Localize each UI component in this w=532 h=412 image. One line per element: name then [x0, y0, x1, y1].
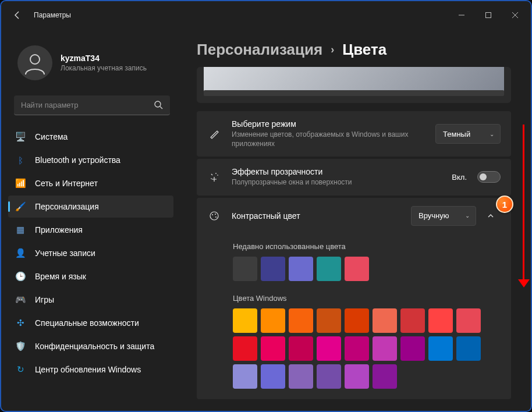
color-swatch[interactable] [373, 364, 397, 389]
color-swatch[interactable] [345, 364, 369, 389]
chevron-down-icon: ⌄ [490, 131, 494, 137]
sidebar-icon: 👤 [15, 248, 26, 258]
color-swatch[interactable] [345, 308, 369, 333]
color-swatch[interactable] [261, 308, 285, 333]
palette-icon [207, 211, 221, 221]
minimize-icon [458, 12, 465, 19]
mode-setting-row[interactable]: Выберите режим Изменение цветов, отображ… [197, 111, 511, 157]
color-swatch[interactable] [289, 257, 313, 281]
color-swatch[interactable] [233, 336, 257, 361]
color-swatch[interactable] [428, 308, 453, 333]
chevron-right-icon: › [331, 44, 334, 56]
annotation-badge-1: 1 [496, 196, 513, 213]
color-swatch[interactable] [289, 364, 313, 389]
color-swatch[interactable] [317, 364, 341, 389]
sidebar-item-label: Приложения [35, 225, 83, 235]
svg-point-6 [212, 214, 213, 215]
sidebar-icon: ✣ [15, 318, 26, 328]
maximize-button[interactable] [475, 3, 502, 27]
accent-setting-row[interactable]: Контрастный цвет Вручную ⌄ [197, 198, 511, 234]
sidebar-icon: ᛒ [15, 155, 26, 165]
sidebar-icon: ↻ [15, 364, 26, 375]
sidebar-icon: 📶 [15, 178, 26, 189]
brush-icon [207, 129, 221, 139]
sparkle-icon [207, 172, 221, 182]
color-swatch[interactable] [261, 257, 285, 281]
color-swatch[interactable] [345, 336, 369, 361]
color-swatch[interactable] [400, 336, 425, 361]
user-subtitle: Локальная учетная запись [61, 64, 147, 72]
windows-colors-grid [233, 308, 501, 389]
color-swatch[interactable] [345, 257, 369, 281]
sidebar-nav: 🖥️СистемаᛒBluetooth и устройства📶Сеть и … [1, 126, 180, 382]
color-swatch[interactable] [317, 308, 341, 333]
user-block: kyzmaT34 Локальная учетная запись [1, 31, 180, 93]
sidebar-item-0[interactable]: 🖥️Система [8, 126, 173, 148]
desktop-preview [197, 67, 511, 103]
sidebar-item-1[interactable]: ᛒBluetooth и устройства [8, 149, 173, 171]
svg-point-2 [30, 55, 40, 64]
chevron-down-icon: ⌄ [465, 212, 470, 219]
accent-dropdown[interactable]: Вручную ⌄ [411, 206, 476, 226]
sidebar-icon: 🖥️ [15, 132, 26, 142]
sidebar-item-label: Специальные возможности [35, 318, 139, 328]
svg-line-4 [160, 106, 162, 109]
svg-point-8 [215, 216, 217, 218]
color-swatch[interactable] [456, 336, 481, 361]
back-button[interactable] [6, 3, 29, 27]
search-icon [154, 101, 163, 112]
sidebar-item-10[interactable]: ↻Центр обновления Windows [8, 358, 173, 381]
breadcrumb: Персонализация › Цвета [197, 33, 511, 67]
sidebar-item-5[interactable]: 👤Учетные записи [8, 242, 173, 264]
color-swatch[interactable] [261, 364, 285, 389]
close-icon [512, 12, 519, 19]
color-swatch[interactable] [373, 336, 397, 361]
transparency-setting-row[interactable]: Эффекты прозрачности Полупрозрачные окна… [197, 159, 511, 195]
color-swatch[interactable] [428, 336, 453, 361]
color-swatch[interactable] [233, 364, 257, 389]
color-swatch[interactable] [317, 336, 341, 361]
color-swatch[interactable] [289, 336, 313, 361]
color-swatch[interactable] [456, 308, 481, 333]
svg-rect-1 [486, 13, 491, 18]
sidebar-item-8[interactable]: ✣Специальные возможности [8, 312, 173, 334]
sidebar-item-4[interactable]: ▦Приложения [8, 219, 173, 241]
breadcrumb-parent[interactable]: Персонализация [197, 41, 322, 59]
color-swatch[interactable] [400, 308, 425, 333]
mode-dropdown[interactable]: Темный ⌄ [435, 124, 501, 144]
sidebar-icon: 🎮 [15, 294, 26, 305]
transparency-toggle[interactable] [477, 171, 501, 183]
color-swatch[interactable] [233, 308, 257, 333]
sidebar-item-6[interactable]: 🕒Время и язык [8, 265, 173, 287]
close-button[interactable] [502, 3, 529, 27]
window-title: Параметры [34, 11, 71, 19]
color-swatch[interactable] [289, 308, 313, 333]
sidebar-item-3[interactable]: 🖌️Персонализация [8, 196, 173, 218]
maximize-icon [485, 12, 492, 19]
user-name: kyzmaT34 [61, 54, 147, 63]
transparency-title: Эффекты прозрачности [232, 167, 452, 176]
color-swatch[interactable] [373, 308, 397, 333]
svg-point-3 [155, 101, 161, 107]
avatar [17, 45, 52, 80]
accent-value: Вручную [418, 211, 449, 220]
sidebar-icon: 🖌️ [15, 201, 26, 212]
sidebar-item-label: Сеть и Интернет [35, 179, 98, 188]
svg-point-7 [215, 214, 216, 215]
color-swatch[interactable] [233, 257, 257, 281]
sidebar-item-2[interactable]: 📶Сеть и Интернет [8, 172, 173, 194]
sidebar-item-7[interactable]: 🎮Игры [8, 289, 173, 311]
color-swatch[interactable] [317, 257, 341, 281]
color-swatch[interactable] [261, 336, 285, 361]
accent-title: Контрастный цвет [232, 211, 411, 221]
sidebar-item-9[interactable]: 🛡️Конфиденциальность и защита [8, 335, 173, 357]
transparency-subtitle: Полупрозрачные окна и поверхности [232, 177, 452, 187]
sidebar-item-label: Время и язык [35, 272, 86, 281]
sidebar-item-label: Игры [35, 295, 54, 304]
search-input[interactable] [14, 95, 170, 115]
arrow-left-icon [13, 10, 22, 20]
breadcrumb-current: Цвета [342, 41, 386, 59]
toggle-state-label: Вкл. [452, 173, 467, 182]
minimize-button[interactable] [448, 3, 475, 27]
svg-point-5 [210, 212, 218, 220]
